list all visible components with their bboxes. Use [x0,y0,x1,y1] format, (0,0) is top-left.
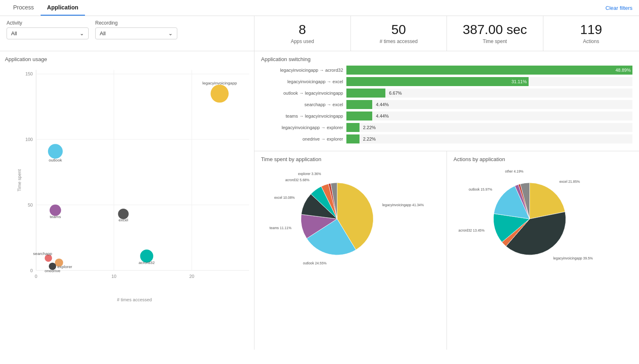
svg-text:legacyinvoicingapp: legacyinvoicingapp [202,81,237,86]
bar-value: 4.44% [376,114,389,118]
bar-value: 48.89% [616,68,631,73]
right-panel: Application switching legacyinvoicingapp… [254,51,639,350]
bottom-charts: Time spent by application legacyinvoicin… [254,151,639,350]
switching-bars: legacyinvoicingapp → acrord3248.89%legac… [261,66,632,143]
svg-text:onedrive: onedrive [45,268,61,273]
tab-application[interactable]: Application [41,0,85,16]
bar-fill: 2.22% [346,134,360,143]
svg-text:20: 20 [189,274,194,279]
bar-fill: 31.11% [346,77,529,86]
main-content: Application usage Time spent 0 50 [0,51,639,350]
bar-fill: 4.44% [346,100,372,109]
switching-bar-row: outlook → legacyinvoicingapp6.67% [261,89,632,98]
y-axis-label: Time spent [17,169,22,191]
stat-time-spent-label: Time spent [455,39,535,44]
bar-label: legacyinvoicingapp → excel [261,79,343,84]
stat-time-spent: 387.00 sec Time spent [447,16,543,51]
stat-times-accessed: 50 # times accessed [350,16,447,51]
stat-apps-used: 8 Apps used [254,16,350,51]
bar-label: outlook → legacyinvoicingapp [261,91,343,96]
time-spent-title: Time spent by application [261,156,440,162]
bubble-outlook[interactable] [48,144,63,159]
pie-label: other 4.19% [505,169,524,173]
stat-apps-used-value: 8 [263,23,342,37]
svg-text:0: 0 [30,268,33,273]
tab-process[interactable]: Process [7,0,41,16]
pie-label: excel 21.85% [559,180,580,184]
bar-value: 6.67% [389,91,402,96]
activity-label: Activity [7,20,89,26]
recording-select[interactable]: All ⌄ [95,27,177,39]
switching-bar-row: legacyinvoicingapp → explorer2.22% [261,123,632,132]
recording-filter-group: Recording All ⌄ [95,20,177,47]
pie-label: explorer 3.36% [298,172,321,176]
bar-track: 2.22% [346,123,632,132]
activity-select[interactable]: All ⌄ [7,27,89,39]
svg-text:acrord32: acrord32 [139,260,155,265]
tab-bar: Process Application Clear filters [0,0,639,16]
switching-bar-row: legacyinvoicingapp → excel31.11% [261,77,632,86]
app-usage-title: Application usage [5,56,249,62]
svg-text:150: 150 [25,72,33,77]
bar-track: 48.89% [346,66,632,75]
actions-section: Actions by application excel 21.85%legac… [447,151,639,350]
recording-value: All [100,30,105,36]
bar-fill: 6.67% [346,89,385,98]
bar-label: teams → legacyinvoicingapp [261,114,343,118]
x-axis-label: # times accessed [20,297,249,302]
svg-text:10: 10 [111,274,116,279]
app-switching-section: Application switching legacyinvoicingapp… [254,51,639,151]
clear-filters-button[interactable]: Clear filters [605,1,632,15]
recording-label: Recording [95,20,177,26]
activity-chevron-icon: ⌄ [80,30,84,36]
svg-text:outlook: outlook [49,158,62,162]
svg-text:50: 50 [28,202,33,207]
bar-value: 31.11% [511,79,527,84]
bar-track: 6.67% [346,89,632,98]
filters-panel: Activity All ⌄ Recording All ⌄ [0,16,254,51]
actions-title: Actions by application [453,156,632,162]
stat-time-spent-value: 387.00 sec [455,23,535,37]
pie-label: legacyinvoicingapp 39.5% [553,256,593,260]
bar-value: 4.44% [376,102,389,107]
bar-label: searchapp → excel [261,102,343,107]
pie-label: acrord32 13.45% [458,228,485,232]
bar-label: onedrive → explorer [261,136,343,141]
svg-text:searchapp: searchapp [33,251,53,256]
svg-text:excel: excel [119,218,128,222]
actions-pie-chart: excel 21.85%legacyinvoicingapp 39.5%acro… [453,166,632,272]
switching-bar-row: legacyinvoicingapp → acrord3248.89% [261,66,632,75]
time-pie-chart: legacyinvoicingapp 41.34%outlook 24.55%t… [261,166,440,272]
stat-actions-label: Actions [552,39,631,44]
switching-bar-row: searchapp → excel4.44% [261,100,632,109]
switching-bar-row: onedrive → explorer2.22% [261,134,632,143]
scatter-chart: Time spent 0 50 100 150 [20,66,249,295]
bar-value: 2.22% [363,136,376,141]
bar-label: legacyinvoicingapp → acrord32 [261,68,343,73]
stat-times-accessed-label: # times accessed [359,39,439,44]
bar-track: 31.11% [346,77,632,86]
recording-chevron-icon: ⌄ [168,30,173,36]
app-switching-title: Application switching [261,56,632,62]
bar-track: 4.44% [346,111,632,121]
stat-actions-value: 119 [552,23,631,37]
bar-fill: 4.44% [346,111,372,121]
stat-apps-used-label: Apps used [263,39,342,44]
bar-label: legacyinvoicingapp → explorer [261,125,343,130]
svg-text:0: 0 [35,274,37,279]
svg-text:teams: teams [50,214,61,219]
stat-times-accessed-value: 50 [359,23,439,37]
pie-label: legacyinvoicingapp 41.34% [382,203,424,207]
switching-bar-row: teams → legacyinvoicingapp4.44% [261,111,632,121]
left-panel: Application usage Time spent 0 50 [0,51,254,350]
pie-label: outlook 24.55% [303,261,327,265]
activity-value: All [11,30,17,36]
bar-track: 4.44% [346,100,632,109]
stat-actions: 119 Actions [543,16,639,51]
pie-label: teams 11.11% [270,226,292,230]
bar-value: 2.22% [363,125,376,130]
bubble-legacyinvoicingapp[interactable] [211,85,229,103]
bar-track: 2.22% [346,134,632,143]
stats-row: 8 Apps used 50 # times accessed 387.00 s… [254,16,639,51]
time-spent-section: Time spent by application legacyinvoicin… [254,151,447,350]
